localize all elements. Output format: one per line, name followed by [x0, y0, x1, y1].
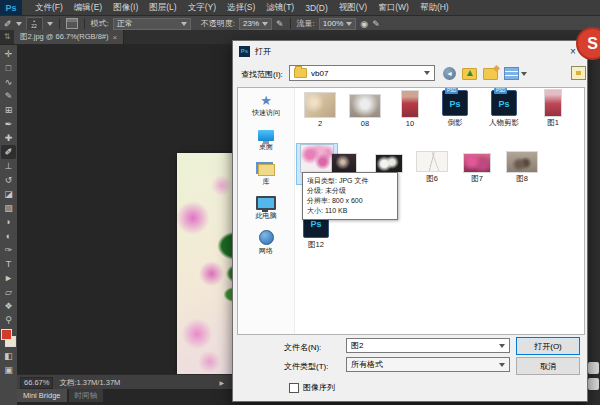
- file-item[interactable]: 图1: [531, 90, 575, 128]
- view-menu-button[interactable]: [504, 67, 527, 80]
- color-swatches[interactable]: [1, 329, 16, 347]
- place-network[interactable]: 网络: [238, 229, 294, 256]
- file-item[interactable]: PSD Ps 人物剪影: [479, 90, 529, 128]
- watermark-letter: S: [587, 35, 598, 53]
- menu-3d[interactable]: 3D(D): [303, 3, 330, 13]
- place-desktop[interactable]: 桌面: [238, 125, 294, 152]
- airbrush-icon[interactable]: ◉: [360, 19, 368, 29]
- image-sequence-option[interactable]: 图像序列: [289, 382, 335, 393]
- libraries-icon: [258, 164, 275, 176]
- back-icon[interactable]: ◂: [443, 67, 456, 80]
- toggle-brush-panel-icon[interactable]: [66, 18, 78, 29]
- brush-preset-icon[interactable]: ✐: [4, 19, 12, 29]
- cancel-button[interactable]: 取消: [516, 357, 580, 375]
- psd-file-icon: PSD Ps: [491, 90, 517, 116]
- brush-tool[interactable]: ✐: [1, 145, 16, 159]
- dialog-corner-icon[interactable]: [571, 66, 586, 80]
- marquee-tool[interactable]: □: [1, 61, 16, 75]
- brush-preset-caret-icon[interactable]: [16, 22, 22, 26]
- file-item[interactable]: 图7: [457, 146, 497, 184]
- file-label: 图8: [516, 174, 528, 184]
- document-tab[interactable]: 图2.jpg @ 66.7%(RGB/8#) ×: [14, 30, 124, 44]
- file-type-dropdown[interactable]: 所有格式: [346, 357, 510, 372]
- menu-window[interactable]: 窗口(W): [376, 2, 411, 14]
- file-item[interactable]: 2: [298, 90, 342, 128]
- file-name-dropdown[interactable]: 图2: [346, 338, 510, 353]
- menu-filter[interactable]: 滤镜(T): [264, 2, 296, 14]
- image-sequence-checkbox[interactable]: [289, 383, 299, 393]
- move-tool[interactable]: ✛: [1, 47, 16, 61]
- up-one-level-icon[interactable]: [462, 68, 477, 80]
- dialog-title: 打开: [255, 46, 271, 57]
- history-brush-tool[interactable]: ↺: [1, 173, 16, 187]
- type-tool[interactable]: T: [1, 257, 16, 271]
- mode-caret-icon: [181, 22, 187, 26]
- hand-tool[interactable]: ❖: [1, 299, 16, 313]
- dialog-title-bar[interactable]: Ps 打开: [233, 41, 587, 61]
- mode-dropdown[interactable]: 正常: [113, 18, 191, 30]
- opacity-pressure-icon[interactable]: ✎: [276, 19, 284, 29]
- menu-layer[interactable]: 图层(L): [147, 2, 178, 14]
- divider: [59, 18, 60, 29]
- desktop-icon: [258, 130, 274, 141]
- place-quick-access[interactable]: ★ 快速访问: [238, 91, 294, 118]
- file-item[interactable]: 图6: [411, 146, 453, 184]
- screen-mode-button[interactable]: ▣: [1, 363, 16, 377]
- file-label: 倒影: [448, 118, 463, 128]
- file-item[interactable]: 08: [343, 90, 387, 128]
- canvas-area: [17, 45, 232, 374]
- crop-tool[interactable]: ⊞: [1, 103, 16, 117]
- open-button[interactable]: 打开(O): [516, 337, 580, 355]
- file-item[interactable]: PSD Ps 倒影: [433, 90, 477, 128]
- menu-select[interactable]: 选择(S): [225, 2, 257, 14]
- panel-icon[interactable]: [588, 362, 599, 374]
- document-tab-title: 图2.jpg @ 66.7%(RGB/8#): [20, 32, 108, 42]
- menu-file[interactable]: 文件(F): [33, 2, 65, 14]
- quick-mask-button[interactable]: ◧: [1, 349, 16, 363]
- size-pressure-icon[interactable]: ✎: [372, 19, 380, 29]
- new-folder-icon[interactable]: [483, 68, 498, 80]
- eraser-tool[interactable]: ◪: [1, 187, 16, 201]
- panel-icon[interactable]: [588, 378, 599, 390]
- shape-tool[interactable]: ▱: [1, 285, 16, 299]
- menu-edit[interactable]: 编辑(E): [72, 2, 104, 14]
- places-sidebar: ★ 快速访问 桌面 库 此电脑 网络: [238, 88, 295, 334]
- file-thumbnail: [402, 91, 418, 117]
- look-in-dropdown[interactable]: vb07: [289, 65, 435, 81]
- workspace-icon[interactable]: ⇅: [0, 30, 14, 44]
- menu-type[interactable]: 文字(Y): [186, 2, 218, 14]
- place-libraries[interactable]: 库: [238, 160, 294, 187]
- menu-image[interactable]: 图像(I): [111, 2, 140, 14]
- dodge-tool[interactable]: ◐: [1, 229, 16, 243]
- document-tab-close-icon[interactable]: ×: [112, 33, 117, 42]
- place-label: 此电脑: [238, 211, 294, 221]
- opacity-dropdown[interactable]: 23%: [239, 18, 272, 30]
- tooltip-line: 大小: 110 KB: [307, 206, 393, 216]
- zoom-level-field[interactable]: 66.67%: [20, 377, 53, 389]
- flow-dropdown[interactable]: 100%: [319, 18, 356, 30]
- tab-mini-bridge[interactable]: Mini Bridge: [17, 389, 67, 402]
- menu-help[interactable]: 帮助(H): [418, 2, 451, 14]
- file-name-label: 文件名(N):: [284, 342, 321, 353]
- status-options-arrow-icon[interactable]: ▶: [219, 379, 224, 386]
- file-item[interactable]: 10: [388, 90, 432, 128]
- file-item[interactable]: 图8: [500, 146, 544, 184]
- clone-stamp-tool[interactable]: ⊥: [1, 159, 16, 173]
- quick-selection-tool[interactable]: ✎: [1, 89, 16, 103]
- gradient-tool[interactable]: ▨: [1, 201, 16, 215]
- brush-size-preview[interactable]: • 22: [26, 17, 43, 31]
- place-this-pc[interactable]: 此电脑: [238, 194, 294, 221]
- foreground-color-swatch[interactable]: [1, 329, 12, 340]
- lasso-tool[interactable]: ∿: [1, 75, 16, 89]
- pen-tool[interactable]: ✑: [1, 243, 16, 257]
- blur-tool[interactable]: ◗: [1, 215, 16, 229]
- photoshop-logo: Ps: [0, 0, 22, 15]
- tab-timeline[interactable]: 时间轴: [69, 389, 104, 402]
- eyedropper-tool[interactable]: ✒: [1, 117, 16, 131]
- path-selection-tool[interactable]: ►: [1, 271, 16, 285]
- zoom-tool[interactable]: ⚲: [1, 313, 16, 327]
- healing-brush-tool[interactable]: ✚: [1, 131, 16, 145]
- menu-view[interactable]: 视图(V): [337, 2, 369, 14]
- psd-glyph: Ps: [304, 219, 328, 229]
- brush-picker-caret-icon[interactable]: [47, 22, 53, 26]
